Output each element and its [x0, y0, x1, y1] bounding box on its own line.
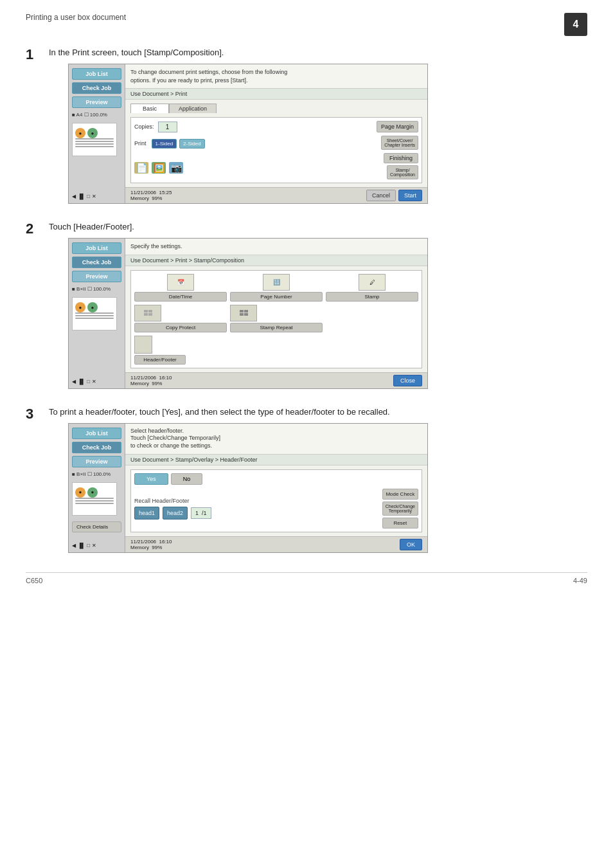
tabs-row-1: Basic Application — [130, 104, 422, 113]
step-2-content: Touch [Header/Footer]. Job List Check Jo… — [49, 222, 587, 389]
stamp-btn-2[interactable]: Stamp — [326, 292, 418, 302]
page-number-icon-2: 🔢 — [263, 274, 290, 291]
nav-icon-back-3[interactable]: ◀ — [72, 543, 76, 548]
page-title: Printing a user box document — [26, 13, 126, 22]
stamp-comp-btn-1[interactable]: Stamp/Composition — [387, 165, 418, 179]
finishing-btn-1[interactable]: Finishing — [384, 153, 418, 163]
nav-icon-c-1[interactable]: □ — [87, 194, 90, 199]
job-list-btn-2[interactable]: Job List — [72, 242, 121, 254]
thumb-lines-1: ● ● — [73, 123, 116, 151]
date-time-btn-2[interactable]: Date/Time — [134, 292, 227, 302]
head1-btn-3[interactable]: head1 — [134, 507, 159, 520]
screen-icon-doc-1: 📄 — [134, 162, 148, 174]
stamp-repeat-item-2: Stamp Repeat — [230, 305, 323, 332]
close-btn-2[interactable]: Close — [393, 375, 422, 386]
job-list-btn-3[interactable]: Job List — [72, 428, 121, 439]
header-footer-btn-2[interactable]: Header/Footer — [134, 355, 186, 365]
print-row-1: Print 1-Sided 2-Sided — [134, 139, 205, 149]
nav-icon-back-1[interactable]: ◀ — [72, 194, 76, 199]
top-info-1: To change document print settings, choos… — [125, 64, 427, 89]
status-row-2: ■ B×II ☐ 100.0% — [72, 286, 121, 292]
thumb-1: ● ● — [72, 123, 117, 156]
check-job-btn-2[interactable]: Check Job — [72, 257, 121, 268]
step-2-block: 2 Touch [Header/Footer]. Job List Check … — [26, 222, 587, 389]
count-box-3: 1 /1 — [191, 507, 211, 519]
screen-bottom-2: 11/21/2006 16:10Memory 99% Close — [125, 372, 427, 388]
nav-icon-x-3[interactable]: ✕ — [92, 543, 96, 548]
step-1-desc: In the Print screen, touch [Stamp/Compos… — [49, 48, 587, 57]
job-list-btn-1[interactable]: Job List — [72, 68, 121, 80]
step-1-number: 1 — [26, 46, 49, 63]
start-btn-1[interactable]: Start — [398, 190, 422, 201]
datetime-2: 11/21/2006 16:10Memory 99% — [130, 375, 172, 386]
screen-icon-camera-1: 📷 — [169, 162, 183, 174]
nav-icon-m-1[interactable]: ▐▌ — [78, 194, 85, 199]
no-btn-3[interactable]: No — [171, 473, 203, 485]
preview-btn-2[interactable]: Preview — [72, 271, 121, 282]
copies-value-1: 1 — [158, 122, 177, 132]
screen-content-3: Yes No Recall Header/Footer head1 head2 … — [125, 466, 427, 536]
sheet-covers-btn-1[interactable]: Sheet/Cover/Chapter Inserts — [381, 136, 418, 150]
tab-application-1[interactable]: Application — [169, 104, 217, 113]
icon-orange-2: ● — [75, 302, 85, 312]
breadcrumb-text-2: Use Document > Print > Stamp/Composition — [130, 257, 244, 264]
ok-btn-3[interactable]: OK — [400, 539, 422, 550]
yes-btn-3[interactable]: Yes — [134, 473, 168, 485]
screen-bottom-3: 11/21/2006 16:10Memory 99% OK — [125, 536, 427, 552]
machine-panel-2: Job List Check Job Preview ■ B×II ☐ 100.… — [68, 238, 428, 389]
nav-icon-m-3[interactable]: ▐▌ — [78, 543, 85, 548]
page-margin-btn-1[interactable]: Page Margin — [377, 121, 418, 132]
tl31 — [75, 498, 114, 499]
head2-btn-3[interactable]: head2 — [163, 507, 188, 520]
reset-btn-3[interactable]: Reset — [382, 518, 418, 529]
step-1-content: In the Print screen, touch [Stamp/Compos… — [49, 48, 587, 204]
nav-icon-x-2[interactable]: ✕ — [92, 379, 96, 384]
status-row-3: ■ B×II ☐ 100.0% — [72, 471, 121, 477]
step-3-desc: To print a header/footer, touch [Yes], a… — [49, 407, 587, 417]
mode-check-btn-3[interactable]: Mode Check — [382, 489, 418, 500]
icons-bar-1: 📄 🖼️ 📷 — [134, 162, 183, 174]
nav-icon-x-1[interactable]: ✕ — [92, 194, 96, 199]
check-job-btn-1[interactable]: Check Job — [72, 82, 121, 94]
tl4 — [75, 146, 114, 147]
thumb-2: ● ● — [72, 297, 117, 330]
footer-right: 4-49 — [573, 577, 587, 584]
machine-right-3: Select header/footer.Touch [Check/Change… — [125, 424, 427, 552]
bottom-bar-content-2: 11/21/2006 16:10Memory 99% Close — [130, 375, 422, 386]
nav-icon-c-2[interactable]: □ — [87, 379, 90, 384]
step-1-block: 1 In the Print screen, touch [Stamp/Comp… — [26, 48, 587, 204]
two-sided-btn-1[interactable]: 2-Sided — [179, 139, 205, 149]
tab-basic-1[interactable]: Basic — [130, 104, 169, 113]
date-time-icon-2: 📅 — [167, 274, 194, 291]
recall-controls-3: head1 head2 1 /1 — [134, 507, 379, 520]
cancel-btn-1[interactable]: Cancel — [366, 190, 396, 201]
header-footer-icon-2 — [134, 336, 152, 354]
print-section-1: Print 1-Sided 2-Sided Sheet/Cover/Chapte… — [134, 136, 418, 150]
check-change-btn-3[interactable]: Check/ChangeTemporarily — [382, 502, 418, 516]
page-header: Printing a user box document 4 — [26, 13, 587, 36]
nav-icon-m-2[interactable]: ▐▌ — [78, 379, 85, 384]
footer-left: C650 — [26, 577, 42, 584]
page-number-btn-2[interactable]: Page Number — [230, 292, 323, 302]
preview-btn-1[interactable]: Preview — [72, 96, 121, 108]
icons-row-1: ● ● — [75, 128, 114, 138]
stamp-repeat-btn-2[interactable]: Stamp Repeat — [230, 323, 323, 332]
top-info-2: Specify the settings. — [125, 239, 427, 255]
nav-icon-back-2[interactable]: ◀ — [72, 379, 76, 384]
breadcrumb-2: Use Document > Print > Stamp/Composition — [125, 255, 427, 266]
tl21 — [75, 312, 114, 314]
hf-select-content-3: Yes No Recall Header/Footer head1 head2 … — [130, 469, 422, 532]
stamp-row1-2: 📅 Date/Time 🔢 Page Number 🖊 — [134, 274, 418, 302]
step-3-number: 3 — [26, 406, 49, 422]
nav-icon-c-3[interactable]: □ — [87, 543, 90, 548]
one-sided-btn-1[interactable]: 1-Sided — [152, 139, 177, 149]
copy-protect-btn-2[interactable]: Copy Protect — [134, 323, 227, 332]
header-footer-section-2: Header/Footer — [134, 336, 418, 365]
step-3-content: To print a header/footer, touch [Yes], a… — [49, 407, 587, 553]
screen-bottom-1: 11/21/2006 15:25Memory 99% Cancel Start — [125, 187, 427, 203]
machine-right-2: Specify the settings. Use Document > Pri… — [125, 239, 427, 388]
page-footer: C650 4-49 — [26, 572, 587, 584]
preview-btn-3[interactable]: Preview — [72, 456, 121, 467]
check-details-btn-3[interactable]: Check Details — [72, 521, 121, 532]
check-job-btn-3[interactable]: Check Job — [72, 442, 121, 453]
